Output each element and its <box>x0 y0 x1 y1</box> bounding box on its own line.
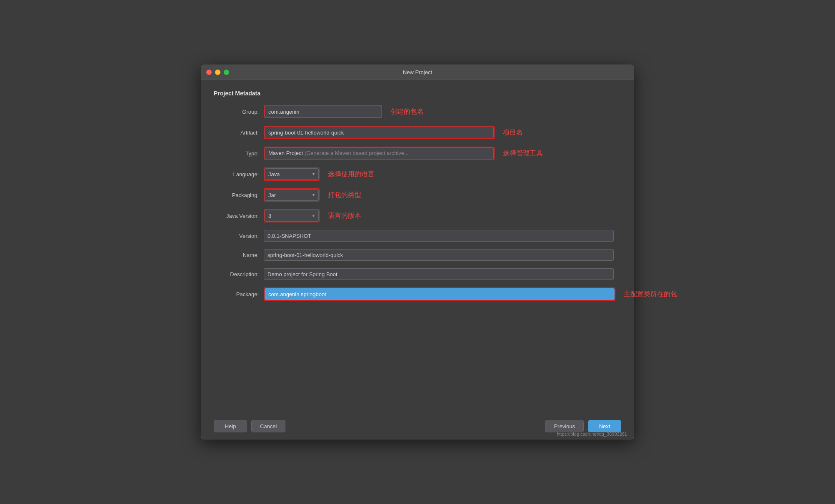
next-button[interactable]: Next <box>588 420 621 432</box>
group-row: Group: 创建的包名 <box>214 105 621 118</box>
dialog-title: New Project <box>403 69 432 75</box>
name-label: Name: <box>214 252 264 258</box>
new-project-dialog: New Project Project Metadata Group: 创建的包… <box>201 65 634 439</box>
type-label: Type: <box>214 150 264 157</box>
type-selector[interactable]: Maven Project (Generate a Maven based pr… <box>265 147 494 159</box>
java-version-select-wrapper: 8 11 17 <box>265 210 319 222</box>
title-bar: New Project <box>201 65 634 80</box>
java-version-select[interactable]: 8 11 17 <box>265 210 319 222</box>
group-label: Group: <box>214 109 264 115</box>
language-label: Language: <box>214 171 264 177</box>
language-select-wrapper: Java Kotlin Groovy <box>265 168 319 180</box>
java-version-label: Java Version: <box>214 213 264 219</box>
packaging-row: Packaging: Jar War 打包的类型 <box>214 188 621 202</box>
version-label: Version: <box>214 233 264 239</box>
cancel-button[interactable]: Cancel <box>251 420 285 432</box>
packaging-field-box: Jar War <box>264 188 320 202</box>
package-input[interactable] <box>265 288 615 300</box>
description-label: Description: <box>214 271 264 277</box>
java-version-annotation: 语言的版本 <box>328 212 361 220</box>
description-input[interactable] <box>264 268 614 280</box>
version-row: Version: <box>214 230 621 242</box>
help-button[interactable]: Help <box>214 420 247 432</box>
java-version-field-box: 8 11 17 <box>264 209 320 222</box>
packaging-annotation: 打包的类型 <box>328 191 361 200</box>
type-value: Maven Project <box>268 150 305 156</box>
dialog-content: Project Metadata Group: 创建的包名 Artifact: … <box>201 80 634 413</box>
artifact-label: Artifact: <box>214 130 264 136</box>
type-field-box: Maven Project (Generate a Maven based pr… <box>264 147 495 160</box>
type-subtext: (Generate a Maven based project archive.… <box>305 150 409 156</box>
java-version-row: Java Version: 8 11 17 语言的版本 <box>214 209 621 222</box>
version-input[interactable] <box>264 230 614 242</box>
name-input[interactable] <box>264 249 614 261</box>
package-field-box <box>264 287 615 301</box>
package-annotation: 主配置类所在的包 <box>624 290 677 299</box>
previous-button[interactable]: Previous <box>545 420 584 432</box>
package-row: Package: 主配置类所在的包 <box>214 287 621 301</box>
group-field-box <box>264 105 382 118</box>
name-row: Name: <box>214 249 621 261</box>
type-row: Type: Maven Project (Generate a Maven ba… <box>214 147 621 160</box>
artifact-row: Artifact: 项目名 <box>214 126 621 139</box>
url-bar: https://blog.csdn.net/qq_36903261 <box>557 432 627 437</box>
packaging-label: Packaging: <box>214 192 264 198</box>
group-input[interactable] <box>265 106 381 117</box>
minimize-button[interactable] <box>215 70 220 75</box>
footer-right: Previous Next <box>545 420 621 432</box>
group-annotation: 创建的包名 <box>390 107 424 116</box>
packaging-select-wrapper: Jar War <box>265 189 319 201</box>
footer-left: Help Cancel <box>214 420 285 432</box>
package-label: Package: <box>214 291 264 297</box>
artifact-annotation: 项目名 <box>503 128 523 137</box>
language-select[interactable]: Java Kotlin Groovy <box>265 168 319 180</box>
language-annotation: 选择使用的语言 <box>328 170 375 179</box>
packaging-select[interactable]: Jar War <box>265 189 319 201</box>
section-title: Project Metadata <box>214 90 621 97</box>
language-row: Language: Java Kotlin Groovy 选择使用的语言 <box>214 167 621 181</box>
artifact-input[interactable] <box>265 127 494 138</box>
close-button[interactable] <box>206 70 212 75</box>
artifact-field-box <box>264 126 495 139</box>
window-controls <box>206 70 229 75</box>
type-annotation: 选择管理工具 <box>503 149 543 158</box>
maximize-button[interactable] <box>224 70 229 75</box>
description-row: Description: <box>214 268 621 280</box>
language-field-box: Java Kotlin Groovy <box>264 167 320 181</box>
